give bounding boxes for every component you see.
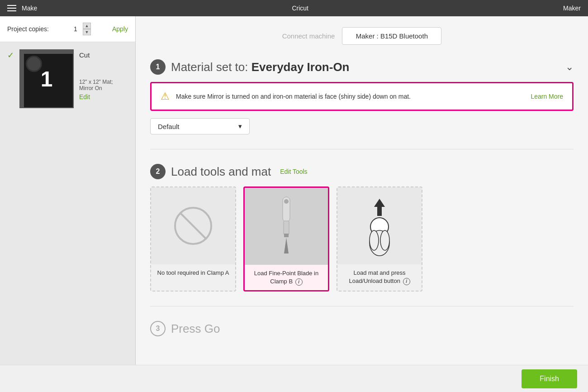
step3-number: 3 xyxy=(150,321,166,336)
top-bar-title: Make xyxy=(22,5,37,12)
copies-spinner: ▲ ▼ xyxy=(83,23,91,35)
svg-rect-3 xyxy=(284,221,289,234)
step1-chevron-button[interactable]: ⌄ xyxy=(565,61,574,73)
clamp-a-image xyxy=(151,187,235,264)
step1-title-pre: Material set to: xyxy=(171,60,248,74)
edit-tools-link[interactable]: Edit Tools xyxy=(280,168,307,175)
mat-size-label: 12" x 12" Mat; Mirror On xyxy=(79,79,128,91)
step3-title: Press Go xyxy=(171,322,220,336)
warning-text: Make sure Mirror is turned on and iron-o… xyxy=(176,93,524,100)
left-panel: Project copies: 1 ▲ ▼ Apply ✓ 1 Cut 12" … xyxy=(0,16,136,365)
mat-ruler-left xyxy=(20,50,24,107)
svg-point-11 xyxy=(370,230,379,250)
mat-circle xyxy=(26,56,42,72)
top-bar: Make Cricut Maker xyxy=(0,0,588,16)
machine-connect-button[interactable]: Maker : B15D Bluetooth xyxy=(342,27,441,45)
svg-marker-7 xyxy=(374,199,385,207)
main-layout: Project copies: 1 ▲ ▼ Apply ✓ 1 Cut 12" … xyxy=(0,16,588,365)
right-content: Connect machine Maker : B15D Bluetooth 1… xyxy=(136,16,588,365)
checkmark-icon: ✓ xyxy=(7,50,14,60)
svg-rect-8 xyxy=(377,207,382,216)
clamp-a-label: No tool required in Clamp A xyxy=(152,264,235,282)
bottom-bar: Finish xyxy=(0,365,588,392)
divider2 xyxy=(150,306,574,306)
connect-bar: Connect machine Maker : B15D Bluetooth xyxy=(150,27,574,45)
clamp-b-image xyxy=(245,188,328,265)
dropdown-arrow-icon: ▾ xyxy=(238,122,242,130)
svg-marker-5 xyxy=(284,238,289,253)
step2-title: Load tools and mat xyxy=(171,165,271,179)
blade-icon xyxy=(273,195,300,258)
mat-section: ✓ 1 Cut 12" x 12" Mat; Mirror On Edit xyxy=(0,42,135,115)
step1-section: 1 Material set to: Everyday Iron-On ⌄ ⚠ … xyxy=(150,59,574,134)
dropdown-value: Default xyxy=(158,123,180,130)
warning-banner: ⚠ Make sure Mirror is turned on and iron… xyxy=(150,82,574,111)
copies-control: 1 ▲ ▼ xyxy=(70,23,91,35)
clamp-b-info-icon[interactable]: i xyxy=(295,278,303,286)
connect-machine-text: Connect machine xyxy=(282,32,335,40)
project-copies-row: Project copies: 1 ▲ ▼ Apply xyxy=(0,16,135,42)
mat-number: 1 xyxy=(41,67,53,91)
tool-cards: No tool required in Clamp A xyxy=(150,186,574,292)
no-tool-icon xyxy=(171,203,216,249)
divider1 xyxy=(150,149,574,149)
cut-label: Cut xyxy=(79,51,128,59)
step1-title-bold: Everyday Iron-On xyxy=(251,60,350,74)
tool-card-clamp-a: No tool required in Clamp A xyxy=(150,186,236,292)
step1-header: 1 Material set to: Everyday Iron-On ⌄ xyxy=(150,59,574,75)
mat-load-info-icon[interactable]: i xyxy=(403,278,410,285)
mat-thumbnail: 1 xyxy=(19,49,74,108)
project-copies-label: Project copies: xyxy=(7,25,49,33)
step2-header: 2 Load tools and mat Edit Tools xyxy=(150,164,574,179)
mat-info: Cut 12" x 12" Mat; Mirror On Edit xyxy=(79,51,128,100)
copies-up-button[interactable]: ▲ xyxy=(83,23,91,29)
learn-more-link[interactable]: Learn More xyxy=(531,93,563,100)
tool-card-mat-load: Load mat and press Load/Unload button i xyxy=(337,186,422,292)
edit-link[interactable]: Edit xyxy=(79,93,128,100)
machine-name: Maker xyxy=(563,5,581,12)
step1-number: 1 xyxy=(150,59,166,75)
mat-ruler-top xyxy=(20,50,73,54)
copies-down-button[interactable]: ▼ xyxy=(83,29,91,35)
cricut-logo: Cricut xyxy=(292,5,308,12)
step3-section: 3 Press Go xyxy=(150,321,574,344)
tool-card-clamp-b: Load Fine-Point Blade in Clamp B i xyxy=(243,186,329,292)
hamburger-icon[interactable] xyxy=(7,5,16,11)
clamp-b-label: Load Fine-Point Blade in Clamp B i xyxy=(245,265,328,290)
svg-rect-4 xyxy=(284,234,289,237)
finish-button[interactable]: Finish xyxy=(522,369,577,388)
step2-section: 2 Load tools and mat Edit Tools No t xyxy=(150,164,574,292)
copies-value: 1 xyxy=(70,25,81,33)
material-dropdown[interactable]: Default ▾ xyxy=(150,118,250,134)
warning-triangle-icon: ⚠ xyxy=(161,91,170,102)
step2-number: 2 xyxy=(150,164,166,179)
step1-title: Material set to: Everyday Iron-On xyxy=(171,60,349,74)
mat-press-image xyxy=(337,187,422,264)
top-bar-left: Make xyxy=(7,5,37,12)
svg-point-6 xyxy=(284,199,289,204)
apply-button[interactable]: Apply xyxy=(112,25,128,33)
dropdown-row: Default ▾ xyxy=(150,118,574,134)
svg-point-12 xyxy=(380,230,389,250)
svg-line-1 xyxy=(180,213,206,239)
step3-header: 3 Press Go xyxy=(150,321,574,336)
mat-press-icon xyxy=(352,194,407,258)
mat-load-label: Load mat and press Load/Unload button i xyxy=(337,264,422,290)
